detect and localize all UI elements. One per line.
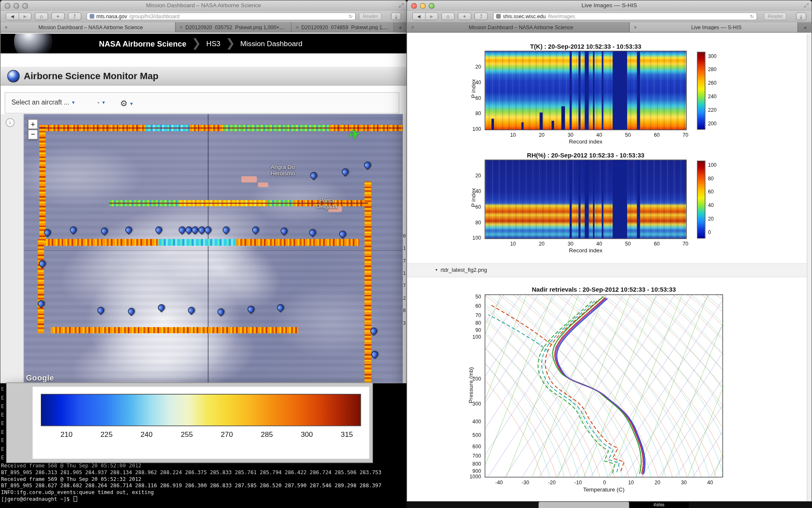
map-pin[interactable] (279, 226, 289, 236)
aircraft-select[interactable]: Select an aircraft ... ▾ (11, 99, 74, 106)
address-bar[interactable]: shis.ssec.wisc.edu/live/images ↻ (493, 12, 757, 20)
p3-yticks: 5060708090100200300400500600700800900100… (465, 295, 483, 478)
data-gap-stripe (593, 160, 595, 238)
data-gap-notch (491, 119, 494, 130)
terminal-clipped-line: E (1, 402, 4, 411)
plus-button[interactable]: + (51, 12, 65, 20)
terminal-prompt[interactable]: [jgero@dreadnaught ~]$ (1, 496, 407, 503)
chevron-icon: ❯ (225, 39, 235, 49)
tab-label: D20120920_035752_Pskewt.png 1,000×70... (185, 25, 287, 30)
share-button[interactable]: ⤴ (68, 12, 81, 20)
left-toolbar: ◀ ▶ ⌂ + ⤴ mts.nasa.gov/group/hs3/dashboa… (0, 11, 406, 22)
tick-label: 40 (708, 202, 714, 208)
zoom-in-button[interactable]: + (28, 119, 38, 129)
tab-pskewt-2[interactable]: × D20120920_074859_Pskewt.png 1,000×70..… (291, 22, 394, 32)
tick-label: 60 (475, 204, 481, 210)
address-bar[interactable]: mts.nasa.gov/group/hs3/dashboard ↻ (86, 12, 356, 20)
flight-track-segment (365, 182, 371, 384)
downloads-button[interactable]: ⤓ (796, 12, 806, 20)
background-windows: #shis (406, 502, 812, 508)
sidebar-toggle-icon[interactable]: › (5, 118, 14, 127)
colorbar-ticks: 210225240255270285300315 (41, 430, 361, 440)
map-pin[interactable] (69, 225, 78, 235)
google-logo: Google (26, 373, 54, 382)
tick-label: 50 (625, 132, 631, 138)
map-pin[interactable] (338, 229, 348, 239)
breadcrumb-hs3[interactable]: HS3 (206, 39, 220, 48)
reload-icon[interactable]: ↻ (750, 14, 754, 19)
colorbar-tick-label: 255 (181, 430, 193, 439)
tab-pskewt-1[interactable]: × D20120920_035752_Pskewt.png 1,000×70..… (176, 22, 291, 32)
tick-label: 40 (475, 80, 481, 85)
tab-mission-dashboard[interactable]: × Mission Dashboard – NASA Airborne Scie… (407, 22, 630, 32)
right-titlebar[interactable]: Live Images –– S-HIS ⤢ (407, 0, 811, 11)
new-tab-button[interactable]: + (799, 22, 811, 32)
map-pin[interactable] (340, 167, 350, 177)
tick-label: -10 (574, 480, 582, 485)
colorbar-window[interactable]: 210225240255270285300315 (6, 383, 373, 463)
breadcrumb-mission-dashboard[interactable]: Mission Dashboard (240, 39, 302, 48)
data-gap-stripe (585, 51, 589, 130)
colorbar-tick-label: 240 (140, 430, 153, 439)
forward-button[interactable]: ▶ (425, 13, 437, 20)
flight-track-segment (39, 125, 46, 245)
tick-label: 60 (708, 189, 714, 194)
forward-button[interactable]: ▶ (19, 13, 31, 20)
image-list-item[interactable]: •rtdr_latest_fig2.png (436, 266, 487, 273)
terminal-line: BT_895_905 286.313 281.905 284.937 288.1… (1, 469, 407, 476)
tick-label: 70 (683, 241, 689, 246)
map-pin[interactable] (370, 350, 380, 359)
tab-close-icon[interactable]: × (5, 25, 8, 30)
flight-track-segment (51, 327, 298, 334)
dash-select-label: - (97, 99, 99, 106)
downloads-button[interactable]: ⤓ (391, 12, 401, 20)
url-path: /live/images (548, 14, 575, 19)
share-button[interactable]: ⤴ (475, 12, 488, 20)
tick-label: 280 (708, 66, 716, 72)
breadcrumb-nasa-airborne-science[interactable]: NASA Airborne Science (99, 39, 187, 48)
colorbar-tick-label: 210 (60, 430, 73, 439)
home-button[interactable]: ⌂ (35, 12, 48, 20)
tick-label: 300 (472, 401, 481, 406)
fullscreen-icon[interactable]: ⤢ (399, 2, 403, 9)
url-domain: shis.ssec.wisc.edu (503, 14, 546, 19)
reader-button[interactable]: Reader (764, 12, 787, 20)
url-domain: mts.nasa.gov (96, 14, 127, 19)
left-titlebar[interactable]: Mission Dashboard – NASA Airborne Scienc… (0, 0, 406, 11)
back-button[interactable]: ◀ (6, 13, 19, 20)
map-pin[interactable] (363, 160, 373, 170)
desktop: EEEEEEEEE Received frame 568 @ Thu Sep 2… (0, 0, 812, 508)
back-button[interactable]: ◀ (413, 13, 425, 20)
page-scrollbar[interactable] (807, 34, 812, 501)
terminal-clipped-line: E (1, 453, 4, 462)
home-button[interactable]: ⌂ (441, 12, 455, 20)
tab-close-icon[interactable]: × (411, 25, 414, 30)
rh-colorbar (697, 161, 705, 239)
tick-label: 900 (472, 468, 481, 474)
dash-select[interactable]: - ▾ (97, 99, 105, 106)
tick-label: 40 (596, 241, 602, 246)
data-gap-stripe (579, 160, 581, 238)
tab-close-icon[interactable]: × (634, 25, 637, 30)
url-path: /group/hs3/dashboard (129, 14, 179, 19)
tab-live-images[interactable]: × Live Images –– S-HIS (630, 22, 798, 32)
reader-button[interactable]: Reader (359, 12, 381, 20)
settings-select[interactable]: ⚙ ▾ (120, 99, 133, 108)
p1-yticks: 20406080100 (465, 51, 483, 130)
reload-icon[interactable]: ↻ (349, 14, 353, 19)
place-label-angra: Angra Do Heroismo (259, 164, 306, 176)
fullscreen-icon[interactable]: ⤢ (804, 2, 809, 9)
tab-close-icon[interactable]: × (180, 25, 183, 30)
new-tab-button[interactable]: + (394, 22, 406, 32)
caret-down-icon: ▾ (130, 101, 133, 106)
tab-mission-dashboard[interactable]: × Mission Dashboard – NASA Airborne Scie… (0, 22, 176, 32)
tab-close-icon[interactable]: × (296, 25, 299, 30)
map-pin[interactable] (308, 228, 318, 237)
data-gap-stripe (602, 51, 604, 130)
terminal-clipped-line: E (1, 436, 4, 445)
map-canvas[interactable]: Angra Do Heroismo Ponta Delgada ✈ + − Go… (24, 114, 403, 384)
tab-label: D20120920_074859_Pskewt.png 1,000×70... (301, 25, 389, 30)
zoom-out-button[interactable]: − (28, 130, 38, 139)
plus-button[interactable]: + (458, 12, 471, 20)
breadcrumb: NASA Airborne Science ❯ HS3 ❯ Mission Da… (99, 34, 302, 54)
